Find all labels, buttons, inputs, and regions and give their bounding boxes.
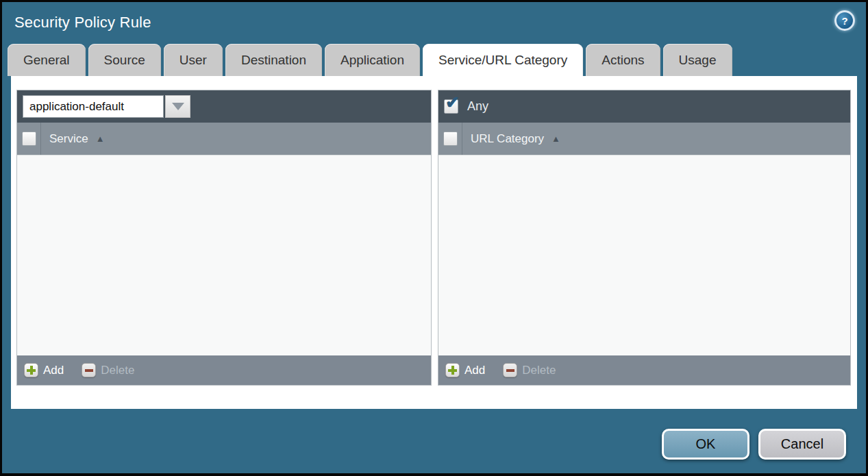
- help-icon[interactable]: ?: [834, 10, 855, 31]
- service-list-body: [17, 155, 431, 355]
- url-category-list-body: [438, 155, 850, 355]
- service-column-header-row: Service ▲: [17, 123, 431, 155]
- service-add-button[interactable]: Add: [24, 363, 64, 377]
- url-category-panel-footer: Add Delete: [438, 355, 850, 385]
- tab-source[interactable]: Source: [88, 44, 161, 76]
- url-category-panel: ✔ Any URL Category ▲ Add: [438, 90, 851, 386]
- ok-button[interactable]: OK: [662, 429, 749, 460]
- add-icon: [445, 363, 460, 377]
- tab-service-url-category[interactable]: Service/URL Category: [423, 44, 583, 76]
- url-category-any-checkbox[interactable]: ✔: [444, 99, 458, 114]
- delete-icon: [503, 363, 517, 377]
- dialog-title: Security Policy Rule: [14, 14, 151, 32]
- service-panel: application-default Service ▲: [16, 90, 432, 386]
- service-mode-combobox[interactable]: application-default: [23, 95, 190, 118]
- tab-application[interactable]: Application: [325, 44, 420, 76]
- url-category-select-all-checkbox[interactable]: [443, 131, 458, 146]
- service-column-label: Service: [49, 132, 88, 146]
- chevron-down-icon: [172, 103, 184, 110]
- service-select-all-cell: [17, 123, 41, 155]
- tab-general[interactable]: General: [8, 44, 86, 76]
- security-policy-rule-dialog: Security Policy Rule ? General Source Us…: [0, 0, 868, 476]
- service-delete-label: Delete: [101, 364, 134, 377]
- dialog-action-buttons: OK Cancel: [662, 429, 846, 460]
- title-bar: Security Policy Rule ?: [2, 2, 866, 43]
- sort-asc-icon: ▲: [551, 134, 560, 144]
- tab-bar: General Source User Destination Applicat…: [2, 43, 866, 76]
- url-category-column-header-row: URL Category ▲: [438, 123, 850, 155]
- tab-destination[interactable]: Destination: [225, 44, 322, 76]
- service-add-label: Add: [43, 364, 64, 377]
- tab-user[interactable]: User: [164, 44, 223, 76]
- url-category-column-label: URL Category: [471, 132, 544, 146]
- service-column-header[interactable]: Service ▲: [49, 132, 105, 146]
- add-icon: [24, 363, 38, 377]
- url-category-add-label: Add: [464, 364, 485, 377]
- service-delete-button[interactable]: Delete: [82, 363, 134, 377]
- service-mode-dropdown-button[interactable]: [165, 95, 190, 118]
- url-category-select-all-cell: [438, 123, 462, 155]
- url-category-any-label: Any: [467, 99, 488, 114]
- tab-usage[interactable]: Usage: [663, 44, 732, 76]
- url-category-column-header[interactable]: URL Category ▲: [471, 132, 560, 146]
- url-category-delete-label: Delete: [522, 364, 556, 377]
- service-panel-footer: Add Delete: [17, 355, 431, 385]
- url-category-add-button[interactable]: Add: [445, 363, 485, 377]
- service-mode-value[interactable]: application-default: [23, 95, 164, 118]
- url-category-delete-button[interactable]: Delete: [503, 363, 556, 377]
- checkmark-icon: ✔: [445, 94, 460, 111]
- service-mode-band: application-default: [17, 90, 431, 123]
- cancel-button[interactable]: Cancel: [758, 429, 846, 460]
- url-category-any-band: ✔ Any: [438, 90, 850, 123]
- service-select-all-checkbox[interactable]: [22, 131, 36, 146]
- sort-asc-icon: ▲: [96, 134, 105, 144]
- tab-actions[interactable]: Actions: [586, 44, 660, 76]
- delete-icon: [82, 363, 96, 377]
- tab-content-service-url-category: application-default Service ▲: [11, 76, 857, 409]
